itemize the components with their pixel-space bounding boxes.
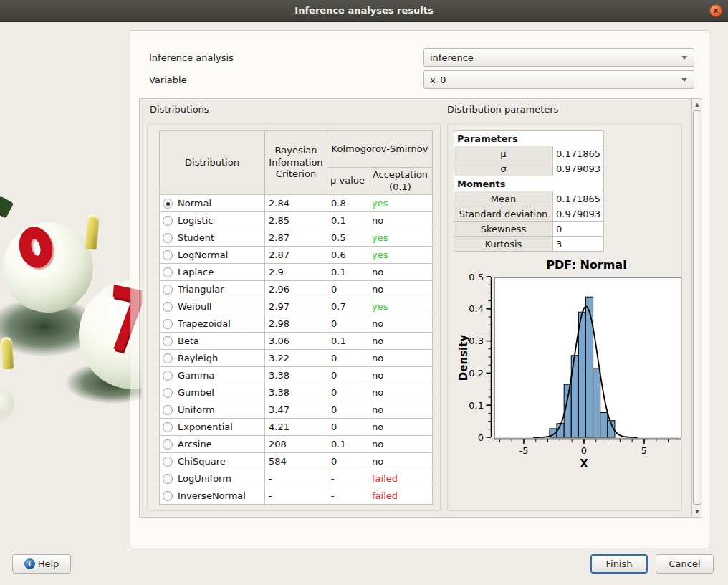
svg-text:PDF: Normal: PDF: Normal	[546, 258, 626, 272]
distribution-row-Gumbel[interactable]: Gumbel3.380no	[160, 384, 433, 401]
distribution-row-Uniform[interactable]: Uniform3.470no	[160, 401, 433, 419]
close-icon: x	[714, 7, 718, 14]
svg-text:0: 0	[581, 445, 587, 456]
distribution-row-Arcsine[interactable]: Arcsine2080.1no	[160, 436, 433, 453]
svg-text:0.1: 0.1	[469, 400, 484, 411]
scrollbar-down-icon[interactable]: ▼	[692, 506, 702, 517]
svg-text:Density: Density	[457, 335, 470, 381]
distribution-row-Weibull[interactable]: Weibull2.970.7yes	[160, 298, 433, 315]
radio-Uniform[interactable]	[163, 405, 173, 415]
bic-value: 584	[265, 453, 327, 470]
acceptation-value: no	[368, 436, 433, 453]
col-header-kolmogorov-smirnov[interactable]: Kolmogorov-Smirnov	[327, 131, 433, 168]
distribution-row-Gamma[interactable]: Gamma3.380no	[160, 367, 433, 384]
distribution-row-Student[interactable]: Student2.870.5yes	[160, 229, 433, 247]
acceptation-value: no	[368, 350, 433, 367]
distribution-row-Exponential[interactable]: Exponential4.210no	[160, 419, 433, 436]
parameter-row: Kurtosis3	[454, 237, 604, 252]
distribution-parameters-groupbox: Parametersμ0.171865σ0.979093MomentsMean0…	[447, 123, 682, 511]
parameter-label: Skewness	[454, 222, 553, 237]
distribution-name: Weibull	[178, 301, 211, 312]
variable-combobox[interactable]: x_0	[423, 70, 694, 89]
parameter-row: μ0.171865	[454, 146, 604, 161]
bic-value: 3.22	[265, 350, 327, 367]
col-header-bic[interactable]: Bayesian Information Criterion	[265, 131, 327, 195]
distribution-row-Laplace[interactable]: Laplace2.90.1no	[160, 264, 433, 281]
close-button[interactable]: x	[709, 4, 722, 17]
col-header-distribution[interactable]: Distribution	[160, 131, 265, 195]
distribution-row-Normal[interactable]: Normal2.840.8yes	[160, 195, 433, 212]
distribution-row-ChiSquare[interactable]: ChiSquare5840no	[160, 453, 433, 470]
chevron-down-icon	[681, 78, 687, 82]
acceptation-value: no	[368, 453, 433, 470]
radio-Beta[interactable]	[163, 336, 173, 346]
radio-Rayleigh[interactable]	[163, 353, 173, 363]
distribution-parameters-section-label: Distribution parameters	[447, 104, 558, 115]
distribution-row-LogUniform[interactable]: LogUniform--failed	[160, 470, 433, 488]
svg-text:5: 5	[641, 445, 647, 456]
radio-Trapezoidal[interactable]	[163, 319, 173, 329]
vertical-scrollbar[interactable]: ▲ ▼	[691, 99, 702, 517]
radio-InverseNormal[interactable]	[163, 491, 173, 501]
radio-ChiSquare[interactable]	[163, 457, 173, 467]
distribution-row-Beta[interactable]: Beta3.060.1no	[160, 333, 433, 350]
scrollbar-up-icon[interactable]: ▲	[692, 99, 702, 110]
radio-Weibull[interactable]	[163, 302, 173, 312]
distribution-row-InverseNormal[interactable]: InverseNormal--failed	[160, 488, 433, 505]
radio-LogNormal[interactable]	[163, 250, 173, 260]
help-button-label: Help	[38, 558, 59, 569]
inference-analysis-label: Inference analysis	[149, 52, 234, 63]
acceptation-value: yes	[368, 298, 433, 315]
radio-Triangular[interactable]	[163, 285, 173, 295]
svg-text:X: X	[580, 457, 588, 470]
acceptation-value: no	[368, 212, 433, 229]
pvalue-value: 0.8	[327, 195, 368, 212]
radio-Laplace[interactable]	[163, 267, 173, 277]
radio-Gumbel[interactable]	[163, 388, 173, 398]
cancel-button[interactable]: Cancel	[656, 554, 714, 574]
bic-value: 3.47	[265, 401, 327, 419]
col-header-pvalue[interactable]: p-value	[327, 168, 368, 195]
distribution-row-Rayleigh[interactable]: Rayleigh3.220no	[160, 350, 433, 367]
radio-Exponential[interactable]	[163, 422, 173, 432]
parameter-value: 0.171865	[553, 146, 604, 161]
acceptation-value: no	[368, 281, 433, 298]
info-icon: i	[24, 558, 35, 569]
parameter-label: σ	[454, 161, 553, 176]
radio-LogUniform[interactable]	[163, 474, 173, 484]
bic-value: 3.38	[265, 367, 327, 384]
acceptation-value: no	[368, 367, 433, 384]
svg-text:0.5: 0.5	[469, 272, 484, 282]
cancel-button-label: Cancel	[669, 558, 700, 569]
distributions-table: Distribution Bayesian Information Criter…	[159, 130, 433, 505]
window-title: Inference analyses results	[294, 5, 433, 16]
radio-Student[interactable]	[163, 233, 173, 243]
results-scroll-area: Distributions Distribution Bayesian Info…	[139, 98, 702, 518]
titlebar: Inference analyses results x	[0, 0, 728, 22]
col-header-acceptation[interactable]: Acceptation (0.1)	[368, 168, 433, 195]
distribution-row-Trapezoidal[interactable]: Trapezoidal2.980no	[160, 315, 433, 333]
distribution-name: Rayleigh	[178, 353, 218, 363]
radio-Logistic[interactable]	[163, 216, 173, 226]
radio-Normal[interactable]	[163, 199, 173, 209]
distribution-name: Trapezoidal	[178, 318, 231, 329]
parameter-value: 0.171865	[553, 191, 604, 206]
pvalue-value: 0	[327, 281, 368, 298]
inference-analysis-combobox[interactable]: inference	[423, 48, 694, 67]
bic-value: 4.21	[265, 419, 327, 436]
scrollbar-thumb[interactable]	[693, 110, 701, 505]
finish-button[interactable]: Finish	[590, 554, 648, 574]
acceptation-value: yes	[368, 195, 433, 212]
distribution-name: InverseNormal	[178, 490, 246, 501]
distribution-name: Beta	[178, 336, 199, 346]
distribution-name: Gamma	[178, 370, 214, 381]
pvalue-value: 0	[327, 350, 368, 367]
distribution-row-Triangular[interactable]: Triangular2.960no	[160, 281, 433, 298]
help-button[interactable]: i Help	[12, 554, 71, 574]
distribution-name: LogNormal	[178, 249, 228, 260]
distribution-row-LogNormal[interactable]: LogNormal2.870.6yes	[160, 247, 433, 264]
distribution-row-Logistic[interactable]: Logistic2.850.1no	[160, 212, 433, 229]
radio-Gamma[interactable]	[163, 371, 173, 381]
radio-Arcsine[interactable]	[163, 439, 173, 450]
acceptation-value: no	[368, 333, 433, 350]
